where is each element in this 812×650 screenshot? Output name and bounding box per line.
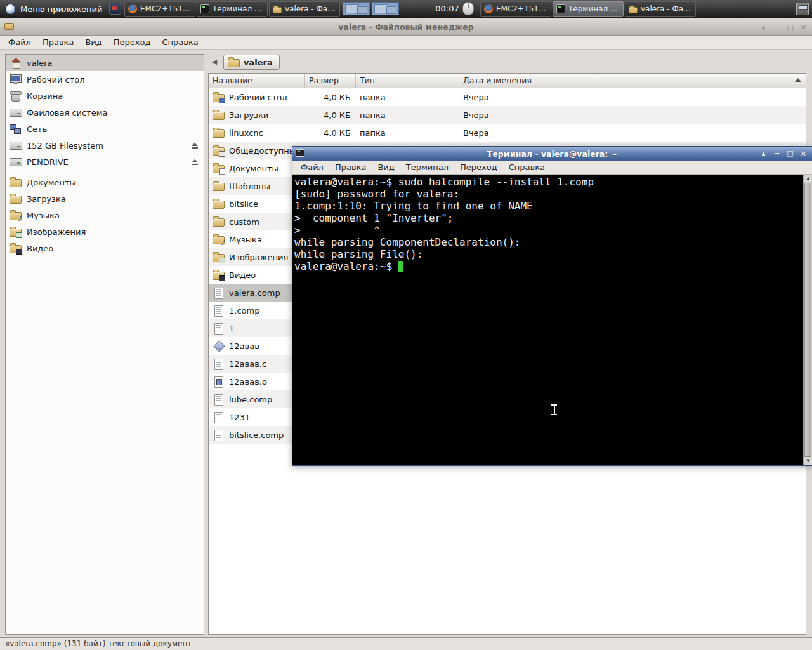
sidebar-item-icon [10,74,22,84]
sidebar-item[interactable]: Загрузка [6,190,204,207]
taskbar-right: EMC2+151... Терминал ... valera - Фа... [480,1,696,17]
file-name: Рабочий стол [229,93,287,102]
file-icon [213,112,225,120]
task-label: EMC2+151... [496,4,546,13]
window-controls [759,22,808,32]
file-icon [213,201,225,209]
file-name: 12авав [229,342,259,351]
sidebar-item-icon [10,58,22,68]
close-button[interactable] [799,22,808,32]
file-size: 4,0 КБ [305,128,356,138]
sidebar-item-icon [10,157,22,167]
mouse-applet-icon[interactable] [462,2,474,15]
taskbar-button[interactable]: Терминал ... [197,1,268,17]
file-row[interactable]: Загрузки 4,0 КБ папка Вчера [209,106,806,124]
eject-icon[interactable] [192,159,198,165]
menu-item[interactable]: Справка [503,161,551,173]
menu-item[interactable]: Файл [295,161,329,173]
menu-item[interactable]: Переход [108,36,157,48]
sidebar-item[interactable]: Видео [6,240,204,256]
workspace-2[interactable] [372,2,399,15]
taskbar-button[interactable]: Терминал ... [553,1,624,17]
sidebar-item[interactable]: PENDRIVE [6,154,204,170]
eject-icon[interactable] [192,143,198,149]
window-controls [759,149,808,158]
file-name-cell: linuxcnc [209,128,305,138]
sidebar-item[interactable]: Документы [6,174,204,190]
sidebar-item[interactable]: Музыка [6,207,204,223]
column-header[interactable]: Размер [305,74,356,88]
workspace-1[interactable] [343,2,370,15]
minimize-button[interactable] [772,22,782,32]
taskbar-button[interactable]: valera - Фа... [269,1,340,17]
file-icon [213,165,225,173]
file-row[interactable]: linuxcnc 4,0 КБ папка Вчера [209,124,806,142]
menu-item[interactable]: Переход [454,161,503,173]
scroll-up-icon[interactable] [804,175,812,183]
applications-menu-label: Меню приложений [20,4,102,14]
file-name-cell: Рабочий стол [209,93,305,102]
clock: 00:07 [430,0,464,18]
terminal-output-line: while parsing File(): [294,248,802,260]
sidebar-item-icon [10,229,22,237]
sidebar: valera Рабочий стол Корзина Ф [5,54,204,635]
maximize-button[interactable] [785,149,795,158]
file-name-cell: 1231 [209,412,305,422]
terminal-scrollbar[interactable] [803,175,812,465]
maximize-button[interactable] [785,22,795,32]
scrollbar-thumb[interactable] [804,183,811,457]
sidebar-item[interactable]: Сеть [6,121,204,137]
back-button[interactable]: ◀ [208,55,221,69]
file-name: custom [229,217,259,227]
terminal-output-line: 1.comp:1:10: Trying to find one of NAME [294,200,802,212]
taskbar-button[interactable]: valera - Фа... [625,1,696,17]
menu-item[interactable]: Правка [37,36,79,48]
applications-menu-button[interactable]: Меню приложений [0,0,107,18]
sidebar-item-label: valera [27,58,53,68]
sidebar-item-label: Файловая система [27,108,108,117]
menu-item[interactable]: Вид [372,161,400,173]
shade-button[interactable] [759,22,768,32]
taskbar-button[interactable]: EMC2+151... [124,1,195,17]
top-panel: Меню приложений EMC2+151... Терминал ...… [0,0,812,18]
shade-button[interactable] [759,149,768,158]
window-list-icon[interactable] [796,3,809,15]
file-icon [213,254,225,262]
path-bar: ◀ valera [208,54,280,70]
taskbar-button[interactable]: EMC2+151... [480,1,551,17]
close-button[interactable] [799,149,808,158]
terminal-window-icon [296,149,304,157]
file-row[interactable]: Рабочий стол 4,0 КБ папка Вчера [209,88,806,106]
menu-item[interactable]: Справка [156,36,204,48]
sidebar-item[interactable]: Изображения [6,223,204,240]
sidebar-item[interactable]: valera [6,55,204,71]
terminal-screen[interactable]: valera@valera:~$ sudo halcompile --insta… [292,175,812,465]
menu-item[interactable]: Вид [79,36,107,48]
folder-icon [228,59,240,67]
sidebar-item[interactable]: 152 GB Filesystem [6,137,204,154]
task-label: valera - Фа... [285,4,335,13]
file-type: папка [356,128,459,138]
menu-item[interactable]: Терминал [400,161,454,173]
file-manager-titlebar[interactable]: valera - Файловый менеджер [0,19,812,36]
task-icon [128,4,137,13]
file-icon [213,236,225,244]
task-label: Терминал ... [568,4,617,13]
current-folder-button[interactable]: valera [223,55,280,70]
sidebar-item[interactable]: Рабочий стол [6,71,204,88]
menu-item[interactable]: Файл [3,36,37,48]
sidebar-item[interactable]: Файловая система [6,104,204,121]
sort-ascending-icon [795,78,801,82]
column-header[interactable]: Тип [356,74,459,88]
minimize-button[interactable] [772,149,782,158]
column-header[interactable]: Название [209,74,305,88]
sidebar-item-label: Сеть [27,124,47,134]
sidebar-item[interactable]: Корзина [6,88,204,104]
terminal-titlebar[interactable]: Терминал - valera@valera: ~ [292,147,812,161]
file-date: Вчера [459,128,806,138]
file-icon [213,359,225,369]
launcher-icon[interactable] [109,3,121,15]
menu-item[interactable]: Правка [329,161,372,173]
scroll-down-icon[interactable] [804,457,812,465]
column-header[interactable]: Дата изменения [459,74,806,88]
